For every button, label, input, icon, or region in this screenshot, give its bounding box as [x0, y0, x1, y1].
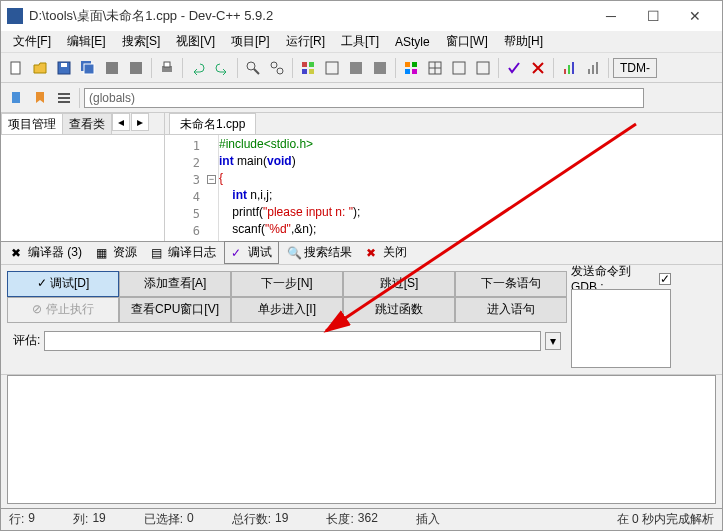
status-total: 19	[275, 511, 288, 528]
eval-input[interactable]	[44, 331, 541, 351]
run-icon[interactable]	[321, 57, 343, 79]
debug-x-icon[interactable]	[527, 57, 549, 79]
debug-check-icon[interactable]	[503, 57, 525, 79]
grid2-icon[interactable]	[424, 57, 446, 79]
compile-run-icon[interactable]	[345, 57, 367, 79]
svg-rect-8	[164, 62, 170, 67]
menu-6[interactable]: 工具[T]	[333, 31, 387, 52]
replace-icon[interactable]	[266, 57, 288, 79]
status-col: 19	[92, 511, 105, 528]
window-title: D:\tools\桌面\未命名1.cpp - Dev-C++ 5.9.2	[29, 7, 590, 25]
save-project-icon[interactable]	[125, 57, 147, 79]
output-area[interactable]	[7, 375, 716, 505]
close-icon: ✖	[366, 246, 380, 260]
profile2-icon[interactable]	[582, 57, 604, 79]
compiler-set-combo[interactable]: TDM-	[613, 58, 657, 78]
svg-rect-29	[564, 69, 566, 74]
tab-debug[interactable]: ✓调试	[224, 241, 279, 264]
project-tree[interactable]	[1, 135, 164, 241]
grid3-icon[interactable]	[448, 57, 470, 79]
eval-dropdown-icon[interactable]: ▾	[545, 332, 561, 350]
tab-project[interactable]: 项目管理	[1, 113, 63, 134]
grid4-icon[interactable]	[472, 57, 494, 79]
svg-rect-18	[350, 62, 362, 74]
toggle-bookmark-icon[interactable]	[29, 87, 51, 109]
menu-0[interactable]: 文件[F]	[5, 31, 59, 52]
svg-rect-5	[106, 62, 118, 74]
step-out-button[interactable]: 跳过函数	[343, 297, 455, 323]
gdb-checkbox[interactable]: ✓	[659, 273, 671, 285]
status-parse: 在 0 秒内完成解析	[617, 511, 714, 528]
menu-2[interactable]: 搜索[S]	[114, 31, 169, 52]
svg-rect-36	[58, 93, 70, 95]
next-button[interactable]: 下一步[N]	[231, 271, 343, 297]
stop-button[interactable]: ⊘ 停止执行	[7, 297, 119, 323]
menu-3[interactable]: 视图[V]	[168, 31, 223, 52]
scope-combo[interactable]: (globals)	[84, 88, 644, 108]
svg-rect-4	[84, 64, 94, 74]
menu-9[interactable]: 帮助[H]	[496, 31, 551, 52]
code-editor[interactable]: 1 2 3− 4 5 6 7 8− 9 10− 11 12 #include<s…	[165, 135, 722, 241]
status-len: 362	[358, 511, 378, 528]
next-stmt-button[interactable]: 下一条语句	[455, 271, 567, 297]
tab-prev-icon[interactable]: ◂	[112, 113, 130, 131]
tab-compiler[interactable]: ✖编译器 (3)	[5, 242, 88, 263]
svg-rect-30	[568, 65, 570, 74]
open-icon[interactable]	[29, 57, 51, 79]
svg-rect-27	[453, 62, 465, 74]
svg-rect-31	[572, 62, 574, 74]
debug-button[interactable]: ✓ 调试[D]	[7, 271, 119, 297]
redo-icon[interactable]	[211, 57, 233, 79]
svg-rect-38	[58, 101, 70, 103]
file-tab[interactable]: 未命名1.cpp	[169, 113, 256, 134]
tab-compile-log[interactable]: ▤编译日志	[145, 242, 222, 263]
svg-rect-13	[302, 62, 307, 67]
compile-icon[interactable]	[297, 57, 319, 79]
menu-7[interactable]: AStyle	[387, 33, 438, 51]
svg-rect-17	[326, 62, 338, 74]
undo-icon[interactable]	[187, 57, 209, 79]
app-icon	[7, 8, 23, 24]
status-sel: 0	[187, 511, 194, 528]
find-icon[interactable]	[242, 57, 264, 79]
bookmark-list-icon[interactable]	[53, 87, 75, 109]
close-button[interactable]: ✕	[674, 2, 716, 30]
step-into-button[interactable]: 单步进入[I]	[231, 297, 343, 323]
rebuild-icon[interactable]	[369, 57, 391, 79]
svg-rect-14	[309, 62, 314, 67]
profile-icon[interactable]	[558, 57, 580, 79]
cpu-window-button[interactable]: 查看CPU窗口[V]	[119, 297, 231, 323]
tab-resource[interactable]: ▦资源	[90, 242, 143, 263]
search-icon: 🔍	[287, 246, 301, 260]
add-watch-button[interactable]: 添加查看[A]	[119, 271, 231, 297]
svg-point-11	[271, 62, 277, 68]
svg-rect-32	[588, 69, 590, 74]
log-icon: ▤	[151, 246, 165, 260]
save-icon[interactable]	[53, 57, 75, 79]
svg-rect-15	[302, 69, 307, 74]
check-icon: ✓	[231, 246, 245, 260]
minimize-button[interactable]: ─	[590, 2, 632, 30]
menu-8[interactable]: 窗口[W]	[438, 31, 496, 52]
tab-classes[interactable]: 查看类	[62, 113, 112, 134]
resource-icon: ▦	[96, 246, 110, 260]
into-stmt-button[interactable]: 进入语句	[455, 297, 567, 323]
tab-next-icon[interactable]: ▸	[131, 113, 149, 131]
menu-5[interactable]: 运行[R]	[278, 31, 333, 52]
tab-close[interactable]: ✖关闭	[360, 242, 413, 263]
svg-rect-33	[592, 65, 594, 74]
eval-label: 评估:	[13, 332, 40, 349]
step-over-button[interactable]: 跳过[S]	[343, 271, 455, 297]
save-as-icon[interactable]	[101, 57, 123, 79]
grid1-icon[interactable]	[400, 57, 422, 79]
new-file-icon[interactable]	[5, 57, 27, 79]
print-icon[interactable]	[156, 57, 178, 79]
save-all-icon[interactable]	[77, 57, 99, 79]
gdb-input[interactable]	[571, 289, 671, 368]
status-mode: 插入	[416, 511, 440, 528]
tab-search-results[interactable]: 🔍搜索结果	[281, 242, 358, 263]
menu-4[interactable]: 项目[P]	[223, 31, 278, 52]
goto-bookmark-icon[interactable]	[5, 87, 27, 109]
menu-1[interactable]: 编辑[E]	[59, 31, 114, 52]
maximize-button[interactable]: ☐	[632, 2, 674, 30]
